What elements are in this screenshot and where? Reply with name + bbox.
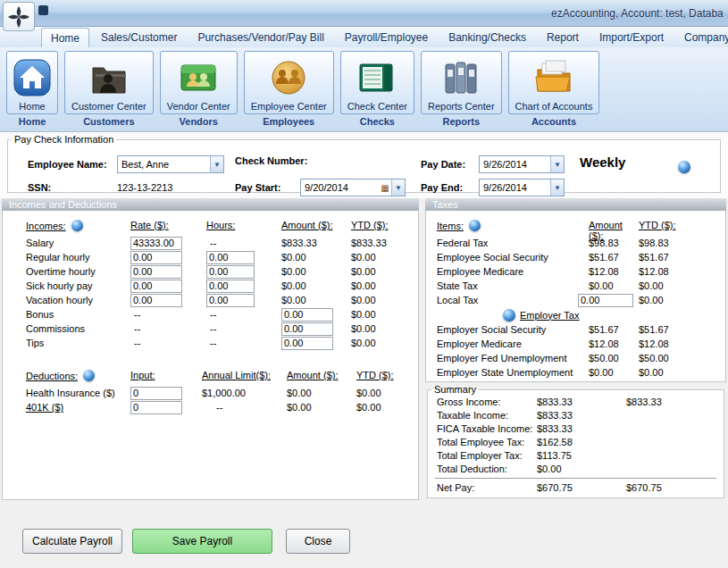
- help-globe-icon[interactable]: [83, 370, 95, 381]
- help-globe-icon[interactable]: [503, 309, 515, 322]
- pinwheel-logo-icon: [7, 5, 30, 29]
- pay-start-picker[interactable]: 9/20/2014 ▦ ▼: [300, 179, 406, 196]
- pay-end-select[interactable]: 9/26/2014 ▼: [479, 179, 565, 196]
- k401-input[interactable]: [130, 401, 182, 414]
- employee-name-value: Best, Anne: [118, 159, 210, 170]
- app-logo-icon[interactable]: [3, 2, 35, 31]
- pay-date-value: 9/26/2014: [480, 159, 550, 170]
- employee-name-select[interactable]: Best, Anne ▼: [117, 155, 224, 173]
- ssn-label: SSN:: [28, 182, 51, 193]
- deduction-amount: $0.00: [287, 388, 356, 398]
- employees-icon: [269, 54, 308, 101]
- deduction-401k-link[interactable]: 401K ($): [26, 402, 130, 413]
- tax-label: Local Tax: [437, 295, 589, 305]
- salary-rate-input[interactable]: [130, 237, 182, 250]
- income-rate: --: [130, 323, 206, 334]
- toolbar-check-center-button[interactable]: Check Center: [340, 51, 414, 114]
- check-number-input[interactable]: [321, 155, 410, 169]
- health-insurance-input[interactable]: [130, 387, 182, 400]
- summary-ytd: $833.33: [626, 397, 724, 407]
- toolbar-employee-center-button[interactable]: Employee Center: [244, 51, 334, 114]
- income-row-overtime-hourly: Overtime hourly $0.00 $0.00: [3, 264, 418, 279]
- help-globe-icon[interactable]: [469, 220, 481, 231]
- bonus-amount-input[interactable]: [281, 308, 333, 322]
- tab-report[interactable]: Report: [538, 27, 588, 47]
- save-payroll-button[interactable]: Save Payroll: [132, 529, 272, 554]
- tab-purchases-vendor-pay-bill[interactable]: Purchases/Vendor/Pay Bill: [188, 27, 332, 47]
- tab-home[interactable]: Home: [41, 28, 89, 47]
- summary-label: FICA Taxable Income:: [437, 423, 537, 434]
- sick-hourly-rate-input[interactable]: [130, 280, 182, 293]
- summary-label: Total Employer Tax:: [437, 450, 537, 461]
- tax-ytd: $98.83: [639, 238, 725, 248]
- income-label: Salary: [26, 238, 130, 248]
- sick-hourly-hours-input[interactable]: [206, 280, 255, 293]
- regular-hourly-hours-input[interactable]: [206, 251, 255, 264]
- income-ytd: $0.00: [351, 309, 418, 320]
- tax-amount: $51.67: [589, 252, 639, 263]
- income-rate: --: [130, 338, 206, 348]
- toolbar-home-button[interactable]: Home: [6, 51, 58, 114]
- summary-value: $162.58: [537, 437, 626, 447]
- toolbar-customer-center-button[interactable]: Customer Center: [64, 51, 154, 114]
- tab-payroll-employee[interactable]: Payroll/Employee: [336, 27, 437, 47]
- ytd-header: YTD ($):: [356, 370, 418, 380]
- income-row-tips: Tips -- -- $0.00: [3, 336, 418, 350]
- pay-end-label: Pay End:: [421, 182, 463, 193]
- tab-company[interactable]: Company: [675, 27, 728, 47]
- items-header: Items:: [437, 221, 464, 231]
- income-rate: --: [130, 309, 206, 320]
- tab-import-export[interactable]: Import/Export: [590, 27, 673, 47]
- local-tax-input[interactable]: [578, 294, 633, 307]
- tax-label: Employee Medicare: [437, 266, 589, 277]
- commissions-amount-input[interactable]: [281, 322, 333, 336]
- income-label: Bonus: [26, 309, 130, 320]
- pay-start-label: Pay Start:: [235, 182, 280, 193]
- vendors-icon: [179, 54, 218, 101]
- toolbar-item-customer-center: Customer Center Customers: [64, 51, 154, 127]
- employer-tax-header: Employer Tax: [426, 307, 725, 322]
- tax-ytd: $12.08: [639, 338, 725, 349]
- tab-banking-checks[interactable]: Banking/Checks: [439, 27, 535, 47]
- tax-amount: $12.08: [589, 266, 639, 277]
- income-ytd: $0.00: [351, 323, 418, 334]
- net-pay-row: Net Pay: $670.75 $670.75: [428, 480, 724, 494]
- vacation-hourly-hours-input[interactable]: [206, 294, 255, 307]
- pay-date-select[interactable]: 9/26/2014 ▼: [479, 155, 565, 173]
- income-label: Commissions: [26, 323, 130, 334]
- toolbar-accounts-caption: Accounts: [531, 116, 576, 127]
- tax-row-federal: Federal Tax $98.83 $98.83: [426, 236, 725, 250]
- hours-header: Hours:: [206, 220, 281, 230]
- tax-row-state: State Tax $0.00 $0.00: [426, 279, 725, 293]
- app-window: ezAccounting, Account: test, Databa Home…: [0, 0, 728, 568]
- tax-amount: $51.67: [589, 324, 639, 335]
- toolbar-customer-center-label: Customer Center: [71, 101, 146, 112]
- toolbar-reports-center-label: Reports Center: [428, 101, 495, 112]
- pay-end-value: 9/26/2014: [480, 182, 550, 193]
- income-label: Tips: [26, 338, 130, 348]
- summary-row: FICA Taxable Income: $833.33: [428, 422, 724, 435]
- toolbar-vendor-center-button[interactable]: Vendor Center: [160, 51, 238, 114]
- tax-amount: $0.00: [589, 280, 639, 291]
- regular-hourly-rate-input[interactable]: [130, 251, 182, 264]
- overtime-hourly-rate-input[interactable]: [130, 265, 182, 279]
- income-amount: $0.00: [281, 266, 351, 277]
- overtime-hourly-hours-input[interactable]: [206, 265, 255, 279]
- tax-ytd: $0.00: [639, 367, 725, 378]
- pay-start-value: 9/20/2014: [301, 182, 379, 193]
- tips-amount-input[interactable]: [281, 337, 333, 350]
- summary-value: $833.33: [537, 423, 626, 434]
- help-globe-icon[interactable]: [71, 220, 83, 231]
- tax-label: Federal Tax: [437, 238, 589, 248]
- rate-header: Rate ($):: [130, 220, 206, 230]
- close-button[interactable]: Close: [286, 529, 350, 554]
- tax-ytd: $0.00: [639, 280, 725, 291]
- income-hours: --: [206, 309, 281, 320]
- vacation-hourly-rate-input[interactable]: [130, 294, 182, 307]
- calculate-payroll-button[interactable]: Calculate Payroll: [22, 529, 122, 554]
- tab-sales-customer[interactable]: Sales/Customer: [92, 27, 186, 47]
- help-globe-icon[interactable]: [678, 161, 690, 173]
- toolbar-reports-center-button[interactable]: Reports Center: [421, 51, 502, 114]
- quick-access-icon[interactable]: [38, 5, 48, 15]
- toolbar-chart-of-accounts-button[interactable]: Chart of Accounts: [508, 51, 600, 114]
